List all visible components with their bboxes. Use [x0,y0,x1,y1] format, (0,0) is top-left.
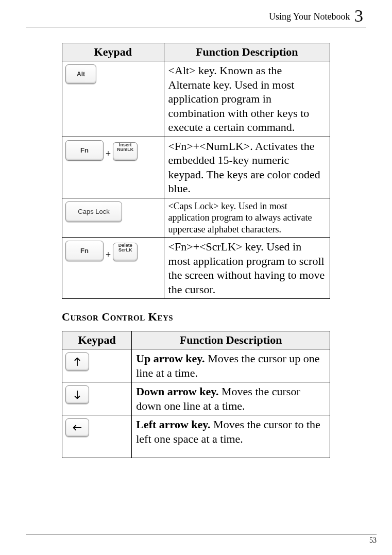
description-cell: Up arrow key. Moves the cursor up one li… [132,349,330,382]
down-arrow-key-icon [65,385,89,404]
running-head: Using Your Notebook 3 [26,5,366,26]
arrow-down-icon [72,389,83,400]
table-header-keypad: Keypad [62,43,164,61]
chapter-number: 3 [352,6,363,25]
alt-key-icon: Alt [65,64,96,84]
keypad-function-table: Keypad Function Description Alt <Alt> ke… [62,43,330,299]
arrow-left-icon [72,422,83,433]
running-head-title: Using Your Notebook [269,11,350,22]
arrow-up-icon [72,356,83,367]
table-header-row: Keypad Function Description [62,43,330,61]
page: Using Your Notebook 3 Keypad Function De… [0,0,392,555]
capslock-key-icon: Caps Lock [65,201,122,222]
description-cell: <Caps Lock> key. Used in most applicatio… [164,198,330,238]
keypad-cell-left [62,415,132,458]
table-row: Fn + Delete ScrLK <Fn>+<ScrLK> key. Used… [62,238,330,299]
page-number: 53 [26,534,377,545]
description-cell: Down arrow key. Moves the cursor down on… [132,382,330,415]
table-row: Up arrow key. Moves the cursor up one li… [62,349,330,382]
table-header-row: Keypad Function Description [62,331,330,349]
key-label: Alt [66,65,96,83]
desc-bold: Left arrow key. [136,418,210,431]
description-cell: Left arrow key. Moves the cursor to the … [132,415,330,458]
key-combo: Fn + Delete ScrLK [65,241,161,261]
plus-icon: + [105,249,112,262]
up-arrow-key-icon [65,352,89,371]
section-heading: Cursor Control Keys [62,310,330,324]
content-area: Keypad Function Description Alt <Alt> ke… [26,43,366,458]
left-arrow-key-icon [65,418,89,437]
desc-bold: Up arrow key. [136,352,204,365]
keypad-cell-fn-scrlk: Fn + Delete ScrLK [62,238,164,299]
table-row: Left arrow key. Moves the cursor to the … [62,415,330,458]
table-header-function: Function Description [164,43,330,61]
section-heading-text: Cursor Control Keys [62,310,173,323]
keypad-cell-down [62,382,132,415]
key-label: Insert NumLK [113,143,137,160]
table-header-keypad: Keypad [62,331,132,349]
key-label: Delete ScrLK [113,243,137,261]
delete-scrlk-key-icon: Delete ScrLK [113,243,138,261]
table-row: Fn + Insert NumLK <Fn>+<NumLK>. Activate… [62,137,330,198]
desc-bold: Down arrow key. [136,385,218,398]
fn-key-icon: Fn [65,140,104,161]
header-rule [26,27,366,27]
key-label: Fn [66,141,103,160]
table-row: Alt <Alt> key. Known as the Alternate ke… [62,61,330,137]
keypad-cell-capslock: Caps Lock [62,198,164,238]
description-cell: <Fn>+<NumLK>. Activates the embedded 15-… [164,137,330,198]
key-label: Fn [66,241,103,261]
table-row: Down arrow key. Moves the cursor down on… [62,382,330,415]
cursor-control-table: Keypad Function Description Up arrow key… [62,331,330,458]
page-footer: 53 [26,534,377,545]
keypad-cell-alt: Alt [62,61,164,137]
table-header-function: Function Description [132,331,330,349]
keypad-cell-fn-numlk: Fn + Insert NumLK [62,137,164,198]
table-row: Caps Lock <Caps Lock> key. Used in most … [62,198,330,238]
plus-icon: + [105,148,112,161]
key-label: Caps Lock [66,202,122,222]
keypad-cell-up [62,349,132,382]
key-combo: Fn + Insert NumLK [65,140,161,161]
insert-numlk-key-icon: Insert NumLK [113,142,138,161]
fn-key-icon: Fn [65,241,104,261]
description-cell: <Alt> key. Known as the Alternate key. U… [164,61,330,137]
description-cell: <Fn>+<ScrLK> key. Used in most applicati… [164,238,330,299]
